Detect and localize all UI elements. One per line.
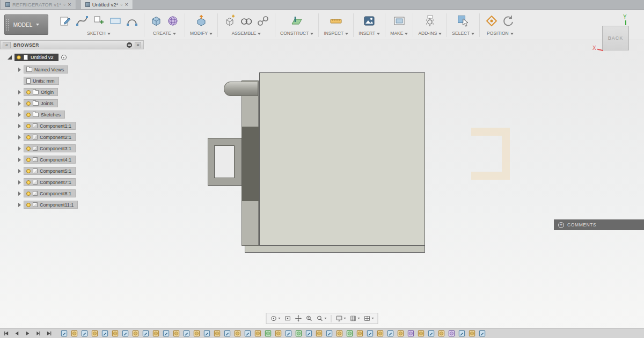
timeline-purple-feature-icon[interactable]: [407, 330, 414, 337]
slot-icon[interactable]: [92, 14, 106, 28]
construction-plane-icon[interactable]: [290, 14, 304, 28]
model-dark-panel[interactable]: [241, 127, 259, 201]
timeline-sketch-feature-icon[interactable]: [224, 330, 231, 337]
expand-arrow-icon[interactable]: [18, 169, 21, 173]
model-hinge-cylinder[interactable]: [224, 82, 258, 96]
expand-arrow-icon[interactable]: [18, 90, 21, 94]
expand-arrow-icon[interactable]: [8, 55, 12, 60]
timeline-feature-feature-icon[interactable]: [377, 330, 384, 337]
press-pull-icon[interactable]: [194, 14, 208, 28]
create-sketch-icon[interactable]: [58, 14, 72, 28]
toolbar-group-label[interactable]: POSITION: [485, 31, 515, 36]
timeline-feature-feature-icon[interactable]: [397, 330, 404, 337]
timeline-sketch-feature-icon[interactable]: [81, 330, 88, 337]
expand-arrow-icon[interactable]: [18, 113, 21, 117]
browser-item-pill[interactable]: Units: mm: [24, 77, 59, 85]
select-icon[interactable]: [456, 14, 470, 28]
timeline-feature-feature-icon[interactable]: [254, 330, 261, 337]
timeline-green-feature-icon[interactable]: [265, 330, 272, 337]
model-base[interactable]: [245, 245, 425, 253]
timeline-feature-feature-icon[interactable]: [316, 330, 323, 337]
browser-item-pill[interactable]: Component5:1: [24, 167, 76, 175]
tab-status-icon[interactable]: ○: [120, 3, 122, 6]
timeline-feature-feature-icon[interactable]: [152, 330, 159, 337]
visibility-bulb-icon[interactable]: [26, 135, 31, 139]
timeline-sketch-feature-icon[interactable]: [458, 330, 465, 337]
model-handle[interactable]: [208, 138, 242, 186]
timeline-feature-feature-icon[interactable]: [193, 330, 200, 337]
timeline-feature-feature-icon[interactable]: [112, 330, 119, 337]
timeline-sketch-feature-icon[interactable]: [326, 330, 333, 337]
expand-arrow-icon[interactable]: [18, 203, 21, 207]
visibility-bulb-icon[interactable]: [26, 169, 31, 173]
timeline-green-feature-icon[interactable]: [295, 330, 302, 337]
revert-position-icon[interactable]: [501, 14, 515, 28]
toolbar-group-label[interactable]: ADD-INS: [418, 31, 442, 36]
visibility-bulb-icon[interactable]: [26, 101, 31, 106]
timeline-sketch-feature-icon[interactable]: [428, 330, 435, 337]
measure-icon[interactable]: [329, 14, 343, 28]
browser-item-pill[interactable]: Named Views: [24, 65, 68, 74]
view-cube-face[interactable]: BACK: [602, 26, 629, 50]
timeline-feature-feature-icon[interactable]: [356, 330, 363, 337]
expand-arrow-icon[interactable]: [18, 192, 21, 196]
browser-item-pill[interactable]: Component2:1: [24, 133, 76, 141]
toolbar-group-label[interactable]: CREATE: [149, 31, 180, 36]
timeline-sketch-feature-icon[interactable]: [244, 330, 251, 337]
browser-item-pill[interactable]: Component7:1: [24, 178, 76, 186]
expand-arrow-icon[interactable]: [18, 124, 21, 128]
view-cube[interactable]: Y BACK X: [590, 14, 640, 55]
visibility-bulb-icon[interactable]: [26, 158, 31, 162]
box-icon[interactable]: [149, 14, 163, 28]
timeline-sketch-feature-icon[interactable]: [367, 330, 374, 337]
make-icon[interactable]: [392, 14, 406, 28]
expand-arrow-icon[interactable]: [18, 135, 21, 139]
step-back-icon[interactable]: [14, 330, 20, 336]
capture-position-icon[interactable]: [485, 14, 499, 28]
activate-component-icon[interactable]: [61, 55, 67, 60]
browser-item-pill[interactable]: Component1:1: [24, 122, 76, 130]
display-settings-icon[interactable]: [335, 314, 347, 322]
timeline-feature-feature-icon[interactable]: [418, 330, 425, 337]
browser-item-pill[interactable]: Joints: [24, 99, 58, 107]
expand-arrow-icon[interactable]: [18, 158, 21, 162]
browser-item-pill[interactable]: Component8:1: [24, 189, 76, 197]
rectangle-icon[interactable]: [108, 14, 122, 28]
play-icon[interactable]: [25, 330, 31, 336]
timeline-green-feature-icon[interactable]: [346, 330, 353, 337]
insert-image-icon[interactable]: [362, 14, 376, 28]
visibility-bulb-icon[interactable]: [26, 124, 31, 128]
expand-arrow-icon[interactable]: [18, 180, 21, 185]
visibility-bulb-icon[interactable]: [17, 55, 21, 60]
grid-icon[interactable]: [349, 314, 361, 322]
as-built-joint-icon[interactable]: [256, 14, 270, 28]
panel-options-icon[interactable]: [127, 42, 132, 48]
look-at-icon[interactable]: [283, 314, 292, 322]
model-body[interactable]: [259, 72, 425, 248]
viewports-icon[interactable]: [363, 314, 375, 322]
add-comment-icon[interactable]: +: [558, 222, 564, 228]
add-ins-icon[interactable]: [423, 14, 437, 28]
new-component-icon[interactable]: [223, 14, 237, 28]
timeline-feature-feature-icon[interactable]: [173, 330, 180, 337]
timeline-sketch-feature-icon[interactable]: [387, 330, 394, 337]
timeline-sketch-feature-icon[interactable]: [479, 330, 486, 337]
close-icon[interactable]: ×: [68, 2, 71, 7]
browser-item-pill[interactable]: Component4:1: [24, 156, 76, 164]
expand-arrow-icon[interactable]: [18, 68, 21, 72]
toolbar-group-label[interactable]: MODIFY: [190, 31, 213, 36]
fit-icon[interactable]: [316, 314, 328, 322]
browser-item-pill[interactable]: Component3:1: [24, 144, 76, 152]
timeline-feature-feature-icon[interactable]: [214, 330, 221, 337]
browser-item-pill[interactable]: Sketches: [24, 111, 65, 119]
browser-root-pill[interactable]: Untitled v2: [14, 54, 58, 61]
timeline-sketch-feature-icon[interactable]: [142, 330, 149, 337]
step-forward-icon[interactable]: [35, 330, 41, 336]
visibility-bulb-icon[interactable]: [26, 180, 31, 185]
timeline-sketch-feature-icon[interactable]: [122, 330, 129, 337]
timeline-feature-feature-icon[interactable]: [234, 330, 241, 337]
timeline-sketch-feature-icon[interactable]: [183, 330, 190, 337]
close-icon[interactable]: ×: [125, 2, 128, 7]
browser-item-pill[interactable]: Component11:1: [24, 201, 78, 209]
timeline-sketch-feature-icon[interactable]: [101, 330, 108, 337]
